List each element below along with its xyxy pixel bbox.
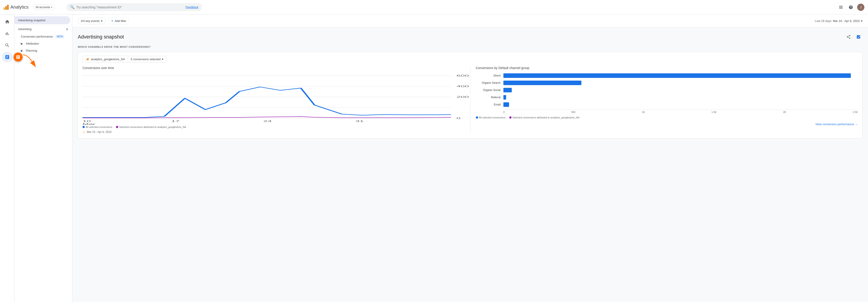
- advertising-collapse-icon: ∧: [66, 27, 68, 31]
- right-legend-blue-dot: [476, 116, 478, 119]
- app-title: Analytics: [10, 4, 29, 10]
- date-range-chevron: ▾: [861, 19, 863, 23]
- attribution-label: Attribution: [26, 42, 39, 45]
- account-selector-chip[interactable]: All accounts ▾: [33, 4, 55, 10]
- bar-track-referral: [503, 95, 858, 100]
- bar-row-referral: Referral: [476, 95, 858, 100]
- svg-rect-2: [87, 58, 88, 60]
- page-title: Advertising snapshot: [78, 34, 124, 40]
- content-area: 3/3 key events ▾ + Add filter Last 28 da…: [72, 15, 868, 302]
- logo-bar-1: [4, 7, 5, 10]
- bar-x-axis: 0 500 1K 1.5K 2K 2.5K: [503, 110, 858, 113]
- svg-rect-3: [88, 58, 89, 60]
- account-selector-label: analytics_googlestore_NA: [91, 57, 125, 61]
- conversion-selector[interactable]: 5 conversions selected ▾: [128, 56, 166, 62]
- conversion-selector-label: 5 conversions selected: [131, 57, 160, 61]
- legend-purple-label: Selected conversions attributed to analy…: [119, 126, 186, 128]
- legend-purple-dot: [116, 126, 118, 128]
- x-label-2k: 2K: [783, 111, 786, 113]
- svg-text:24: 24: [264, 120, 272, 122]
- svg-text:200: 200: [456, 95, 469, 98]
- logo-bars: [4, 5, 8, 10]
- add-filter-button[interactable]: + Add filter: [108, 17, 129, 24]
- advertising-snapshot-label: Advertising snapshot: [18, 19, 45, 22]
- warning-text: Mar 15 - Apr 6, 2024: [87, 130, 112, 134]
- bar-label-organic-search: Organic Search: [476, 81, 501, 84]
- x-label-1k: 1K: [642, 111, 645, 113]
- icon-sidebar: [0, 15, 14, 302]
- bar-track-email: [503, 102, 858, 107]
- main-layout: Advertising snapshot Advertising ∧ Conve…: [0, 15, 868, 302]
- sidebar-icon-advertising[interactable]: [2, 52, 13, 62]
- add-filter-label: Add filter: [115, 19, 126, 23]
- orange-arrow-svg: [21, 50, 37, 64]
- grid-icon[interactable]: [837, 4, 844, 11]
- advertising-section-header[interactable]: Advertising ∧: [14, 25, 72, 33]
- user-avatar[interactable]: J: [857, 4, 864, 11]
- sidebar-icon-reports[interactable]: [2, 28, 13, 39]
- view-link-text: View conversion performance: [815, 122, 854, 126]
- key-events-label: 3/3 key events: [81, 19, 100, 23]
- legend-blue-label: All selected conversions: [86, 126, 112, 128]
- right-legend-blue-label: All selected conversions: [479, 116, 506, 119]
- key-events-filter[interactable]: 3/3 key events ▾: [78, 18, 105, 24]
- bar-label-email: Email: [476, 103, 501, 106]
- sidebar-item-conversion-performance[interactable]: Conversion performance BETA: [14, 33, 72, 40]
- chart-right-legend: All selected conversions Selected conver…: [476, 116, 858, 119]
- svg-text:17: 17: [171, 120, 180, 122]
- chart-left-legend: All selected conversions Selected conver…: [83, 126, 465, 128]
- bar-chart-container: Direct Organic Search: [476, 73, 858, 113]
- sidebar-icon-explore[interactable]: [2, 40, 13, 51]
- sidebar-item-advertising-snapshot[interactable]: Advertising snapshot: [14, 16, 70, 24]
- legend-purple-item: Selected conversions attributed to analy…: [116, 126, 186, 128]
- view-link-container: View conversion performance →: [476, 122, 858, 126]
- x-label-1-5k: 1.5K: [712, 111, 717, 113]
- view-link-arrow: →: [855, 122, 858, 126]
- beta-badge: BETA: [56, 35, 64, 38]
- view-conversion-performance-link[interactable]: View conversion performance →: [476, 122, 858, 126]
- logo-bar-2: [5, 6, 7, 10]
- content-header: 3/3 key events ▾ + Add filter Last 28 da…: [72, 15, 868, 27]
- page-actions: [844, 33, 863, 41]
- sidebar-item-attribution[interactable]: ▶ Attribution: [14, 40, 72, 47]
- sidebar-icon-home[interactable]: [2, 16, 13, 27]
- svg-text:600: 600: [456, 74, 469, 77]
- date-range-prefix: Last 28 days: [815, 19, 832, 23]
- line-chart-container: 600 400 200 0 10 17: [83, 73, 465, 124]
- search-input[interactable]: [76, 5, 182, 9]
- warning-icon: ⚠: [83, 130, 86, 134]
- bar-fill-referral: [503, 95, 506, 100]
- help-icon[interactable]: [847, 4, 855, 11]
- x-label-2-5k: 2.5K: [852, 111, 858, 113]
- svg-text:31: 31: [355, 120, 364, 122]
- right-legend-purple-dot: [509, 116, 512, 119]
- logo-bar-3: [7, 5, 8, 10]
- bar-row-organic-social: Organic Social: [476, 88, 858, 92]
- feedback-link[interactable]: Feedback: [186, 5, 198, 9]
- conversion-selector-chevron: ▾: [162, 57, 163, 61]
- date-range-selector[interactable]: Last 28 days Mar 10 - Apr 6, 2024 ▾: [815, 19, 863, 23]
- bar-row-email: Email: [476, 102, 858, 107]
- bar-row-organic-search: Organic Search: [476, 81, 858, 85]
- charts-row: Conversions over time 600: [78, 66, 862, 138]
- bar-fill-email: [503, 102, 509, 107]
- insights-icon[interactable]: [855, 33, 863, 41]
- chart-left: Conversions over time 600: [83, 66, 470, 134]
- topbar: Analytics All accounts ▾ 🔍 Feedback J: [0, 0, 868, 15]
- arrow-indicator: [13, 50, 37, 64]
- bar-track-organic-social: [503, 88, 858, 92]
- account-selector[interactable]: analytics_googlestore_NA: [83, 56, 128, 62]
- right-legend-blue-item: All selected conversions: [476, 116, 506, 119]
- chart-left-title: Conversions over time: [83, 66, 465, 70]
- attribution-expand-icon: ▶: [21, 42, 23, 45]
- search-bar: 🔍 Feedback: [66, 3, 202, 11]
- add-filter-plus: +: [111, 19, 113, 23]
- bar-fill-organic-social: [503, 88, 512, 92]
- account-chip-label: All accounts: [35, 6, 50, 9]
- analytics-icon-small: [86, 57, 89, 61]
- legend-blue-dot: [83, 126, 85, 128]
- svg-text:10: 10: [83, 120, 91, 122]
- key-events-chevron: ▾: [101, 19, 103, 23]
- share-icon[interactable]: [844, 33, 852, 41]
- page-content: Advertising snapshot WHICH CHANNELS DRIV…: [72, 27, 868, 144]
